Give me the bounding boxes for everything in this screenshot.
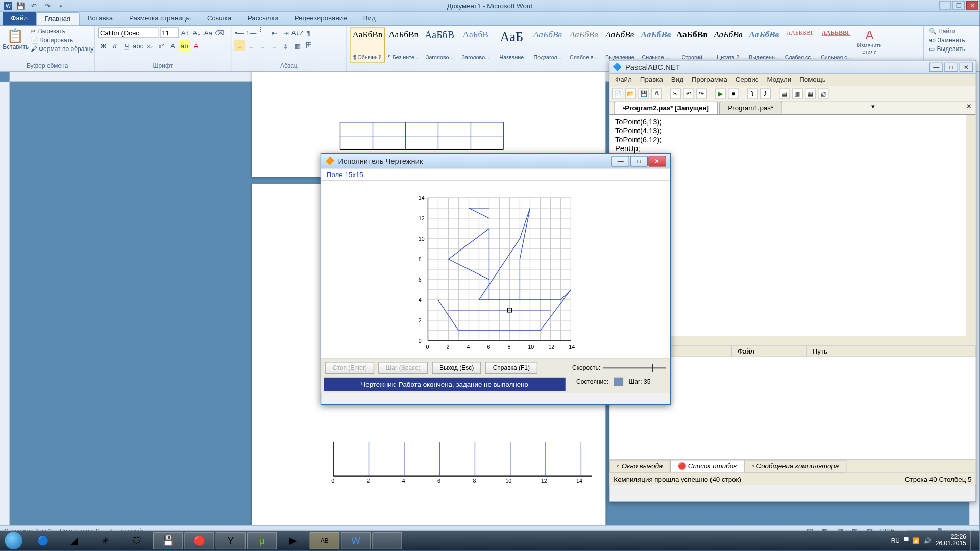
styles-gallery[interactable]: АаБбВв¶ Обычный АаБбВв¶ Без инте... АаБб… xyxy=(350,27,854,62)
drawer-minimize-button[interactable]: — xyxy=(611,156,629,166)
indent-inc-icon[interactable]: ⇥ xyxy=(280,27,291,38)
save-all-icon[interactable]: ⎙ xyxy=(651,88,662,99)
pabc-tab-dropdown-icon[interactable]: ▾ xyxy=(867,102,879,114)
drawer-exit-button[interactable]: Выход (Esc) xyxy=(432,362,481,374)
style-no-spacing[interactable]: АаБбВв¶ Без инте... xyxy=(386,27,421,62)
style-intense-emph[interactable]: АаБбВвСильное ... xyxy=(638,27,673,62)
strike-icon[interactable]: abc xyxy=(133,40,143,51)
pabc-maximize-button[interactable]: □ xyxy=(944,62,958,72)
change-case-icon[interactable]: Aa xyxy=(203,27,213,38)
pabc-tab-program2[interactable]: •Program2.pas* [Запущен] xyxy=(614,102,718,114)
pabc-menu-view[interactable]: Вид xyxy=(671,76,683,85)
save-icon[interactable]: 💾 xyxy=(15,1,26,11)
close-button[interactable]: ✕ xyxy=(966,1,978,9)
pabc-menu-help[interactable]: Помощь xyxy=(799,76,825,85)
format-painter-button[interactable]: 🖌Формат по образцу xyxy=(29,45,96,53)
tab-layout[interactable]: Разметка страницы xyxy=(121,12,199,25)
italic-icon[interactable]: К xyxy=(110,40,120,51)
stop-icon[interactable]: ■ xyxy=(728,88,739,99)
pabc-close-button[interactable]: ✕ xyxy=(960,62,973,72)
panel2-icon[interactable]: ▥ xyxy=(792,88,803,99)
step-into-icon[interactable]: ⤵ xyxy=(747,88,758,99)
tray-language[interactable]: RU xyxy=(891,537,900,544)
taskbar-utorrent[interactable]: μ xyxy=(247,532,277,549)
pabc-minimize-button[interactable]: — xyxy=(929,62,943,72)
taskbar-app-4[interactable]: 🛡 xyxy=(122,532,152,549)
minimize-button[interactable]: — xyxy=(939,1,951,9)
pabc-bottab-output[interactable]: ▫ Окно вывода xyxy=(609,460,670,472)
restore-button[interactable]: ❐ xyxy=(952,1,965,9)
redo-tb-icon[interactable]: ↷ xyxy=(696,88,707,99)
font-size-combo[interactable] xyxy=(160,27,179,38)
drawer-maximize-button[interactable]: □ xyxy=(630,156,648,166)
undo-icon[interactable]: ↶ xyxy=(29,1,39,11)
shrink-font-icon[interactable]: A↓ xyxy=(191,27,202,38)
multilevel-icon[interactable]: ⋮— xyxy=(257,27,268,38)
step-over-icon[interactable]: ⤴ xyxy=(760,88,771,99)
pabc-code-vscroll[interactable] xyxy=(966,115,976,336)
tray-clock[interactable]: 22:26 26.01.2015 xyxy=(936,534,966,547)
taskbar-app-9[interactable]: ▶ xyxy=(278,532,308,549)
taskbar-word[interactable]: W xyxy=(341,532,371,549)
panel1-icon[interactable]: ▤ xyxy=(779,88,790,99)
line-spacing-icon[interactable]: ‡ xyxy=(280,40,291,51)
tab-review[interactable]: Рецензирование xyxy=(286,12,355,25)
taskbar-chrome[interactable]: 🔴 xyxy=(184,532,214,549)
tray-network-icon[interactable]: 📶 xyxy=(912,537,920,544)
cut-icon[interactable]: ✂ xyxy=(670,88,681,99)
select-button[interactable]: ▭Выделить xyxy=(927,45,967,53)
style-intense-ref[interactable]: ААББВВГСильная с... xyxy=(819,27,854,62)
vertical-ruler[interactable] xyxy=(0,82,10,525)
start-button[interactable] xyxy=(0,531,27,551)
style-heading1[interactable]: АаБбВЗаголово... xyxy=(422,27,457,62)
numbering-icon[interactable]: 1— xyxy=(246,27,256,38)
shading-icon[interactable]: ▦ xyxy=(292,40,303,51)
align-left-icon[interactable]: ≡ xyxy=(234,40,245,51)
style-subtle-emph[interactable]: АаБбВвСлабое в... xyxy=(566,27,601,62)
panel4-icon[interactable]: ▧ xyxy=(818,88,828,99)
font-name-combo[interactable] xyxy=(98,27,159,38)
subscript-icon[interactable]: x₂ xyxy=(144,40,155,51)
open-file-icon[interactable]: 📂 xyxy=(625,88,636,99)
style-normal[interactable]: АаБбВв¶ Обычный xyxy=(350,27,385,62)
tab-file[interactable]: Файл xyxy=(3,12,36,25)
tab-mailings[interactable]: Рассылки xyxy=(239,12,286,25)
pabc-tab-close-icon[interactable]: ✕ xyxy=(962,102,976,114)
highlight-icon[interactable]: ab xyxy=(179,40,190,51)
tab-home[interactable]: Главная xyxy=(36,12,79,25)
superscript-icon[interactable]: x² xyxy=(156,40,166,51)
new-file-icon[interactable]: 📄 xyxy=(612,88,623,99)
bold-icon[interactable]: Ж xyxy=(98,40,109,51)
style-subtle-ref[interactable]: ААББВВГСлабая сс... xyxy=(782,27,818,62)
style-title[interactable]: АаБНазвание xyxy=(494,27,529,62)
tab-insert[interactable]: Вставка xyxy=(80,12,121,25)
taskbar-app-5[interactable]: 💾 xyxy=(153,532,183,549)
find-button[interactable]: 🔍Найти xyxy=(927,27,958,35)
font-color-icon[interactable]: A xyxy=(190,40,201,51)
style-intense-quote[interactable]: АаБбВвВыделенн... xyxy=(746,27,781,62)
taskbar-app-1[interactable]: 🔵 xyxy=(28,532,58,549)
drawer-close-button[interactable]: ✕ xyxy=(648,156,666,166)
borders-icon[interactable]: 田 xyxy=(304,40,314,51)
style-emphasis[interactable]: АаБбВвВыделение xyxy=(602,27,638,62)
run-icon[interactable]: ▶ xyxy=(715,88,726,99)
paste-button[interactable]: 📋 Вставить xyxy=(3,27,27,50)
sort-icon[interactable]: A↓Z xyxy=(292,27,303,38)
col-file[interactable]: Файл xyxy=(732,346,807,356)
style-quote[interactable]: АаБбВвЦитата 2 xyxy=(710,27,746,62)
copy-button[interactable]: 📄Копировать xyxy=(29,36,96,44)
pabc-menu-edit[interactable]: Правка xyxy=(640,76,663,85)
style-subtitle[interactable]: АаБбВвПодзагол... xyxy=(530,27,565,62)
underline-icon[interactable]: Ч xyxy=(121,40,132,51)
change-styles-button[interactable]: AИзменить стили xyxy=(855,27,884,55)
speed-slider[interactable] xyxy=(603,367,666,369)
redo-icon[interactable]: ↷ xyxy=(42,1,53,11)
tray-flag-icon[interactable]: ▀ xyxy=(904,537,909,544)
show-desktop-button[interactable] xyxy=(970,531,976,550)
drawer-title-bar[interactable]: 🔶 Исполнитель Чертежник — □ ✕ xyxy=(321,154,670,168)
pabc-bottab-messages[interactable]: ▫ Сообщения компилятора xyxy=(744,460,846,472)
taskbar-app-3[interactable]: ✳ xyxy=(90,532,120,549)
tab-view[interactable]: Вид xyxy=(355,12,384,25)
taskbar-app-12[interactable]: ▫ xyxy=(372,532,402,549)
style-strong[interactable]: АаБбВвСтрогий xyxy=(674,27,709,62)
